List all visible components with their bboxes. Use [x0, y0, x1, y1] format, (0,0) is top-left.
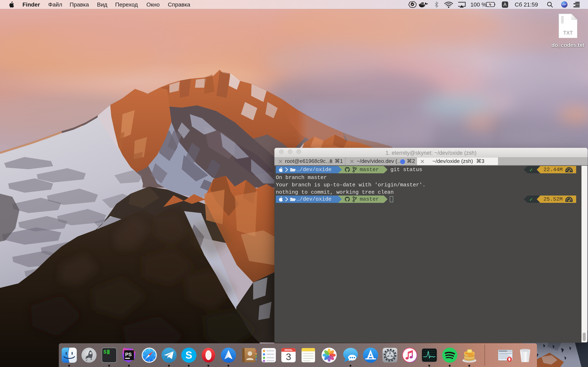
svg-text:$: $ [103, 349, 107, 355]
svg-text:3: 3 [286, 351, 291, 362]
svg-text:TXT: TXT [563, 30, 573, 36]
svg-text:ИЮНЬ: ИЮНЬ [285, 349, 293, 351]
svg-text:S: S [185, 350, 192, 361]
svg-text:PS: PS [125, 352, 132, 357]
